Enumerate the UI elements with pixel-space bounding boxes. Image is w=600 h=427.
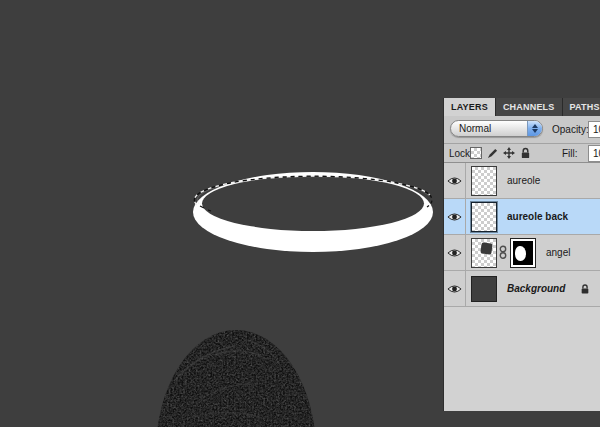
tab-layers[interactable]: LAYERS	[444, 98, 496, 116]
blend-mode-value: Normal	[451, 123, 527, 134]
layer-thumbnail[interactable]	[471, 276, 497, 302]
head-photo	[156, 330, 316, 427]
eye-icon	[447, 176, 462, 186]
mask-link-chain-icon[interactable]	[499, 245, 507, 260]
layer-name[interactable]: Background	[507, 283, 565, 294]
layer-name[interactable]: aureole back	[507, 211, 568, 222]
layer-thumbnail[interactable]	[471, 238, 497, 268]
opacity-input[interactable]: 100	[588, 121, 600, 138]
lock-transparency-icon[interactable]	[470, 147, 482, 159]
layer-name[interactable]: aureole	[507, 175, 540, 186]
layer-thumbnail[interactable]	[471, 202, 497, 232]
visibility-toggle[interactable]	[444, 163, 466, 198]
thumbnail-content	[480, 242, 492, 254]
panel-tab-bar: LAYERS CHANNELS PATHS	[444, 98, 600, 116]
photoshop-workspace: LAYERS CHANNELS PATHS Normal Opacity: 10…	[0, 0, 600, 427]
layer-name[interactable]: angel	[546, 247, 570, 258]
lock-paint-brush-icon[interactable]	[487, 148, 498, 159]
tab-paths[interactable]: PATHS	[563, 98, 600, 116]
mask-content	[515, 246, 526, 261]
layer-thumbnail[interactable]	[471, 166, 497, 196]
layer-row-angel[interactable]: angel	[444, 235, 600, 271]
tab-channels[interactable]: CHANNELS	[496, 98, 563, 116]
dropdown-stepper-icon	[527, 121, 542, 136]
visibility-toggle[interactable]	[444, 199, 466, 234]
lock-fill-row: Lock: Fill: 100	[444, 144, 600, 163]
fill-label: Fill:	[562, 148, 578, 159]
fill-input[interactable]: 100	[588, 145, 600, 162]
halo-ring	[193, 172, 433, 252]
visibility-toggle[interactable]	[444, 235, 466, 270]
blend-opacity-row: Normal Opacity: 100	[444, 116, 600, 144]
lock-all-padlock-icon[interactable]	[520, 147, 531, 159]
eye-icon	[447, 212, 462, 222]
layer-mask-thumbnail[interactable]	[510, 238, 536, 268]
opacity-label: Opacity:	[552, 124, 589, 135]
layer-row-aureole[interactable]: aureole	[444, 163, 600, 199]
blend-mode-dropdown[interactable]: Normal	[450, 120, 543, 137]
lock-move-icon[interactable]	[503, 147, 515, 159]
background-lock-icon	[580, 283, 590, 295]
eye-icon	[447, 248, 462, 258]
layer-row-aureole-back[interactable]: aureole back	[444, 199, 600, 235]
layers-panel: LAYERS CHANNELS PATHS Normal Opacity: 10…	[443, 98, 600, 411]
visibility-toggle[interactable]	[444, 271, 466, 306]
layer-row-background[interactable]: Background	[444, 271, 600, 307]
eye-icon	[447, 284, 462, 294]
panel-empty-area	[444, 307, 600, 410]
